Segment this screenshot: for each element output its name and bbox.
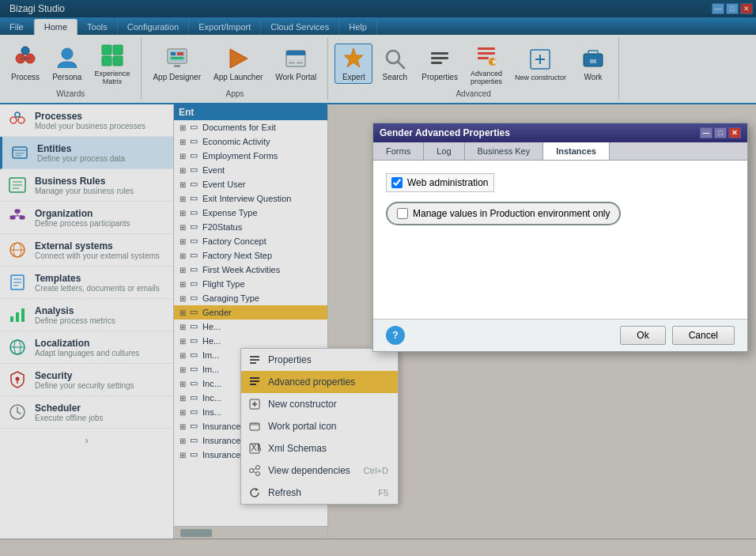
help-button[interactable]: ? bbox=[386, 326, 405, 345]
web-administration-row: Web administration bbox=[386, 173, 494, 192]
ok-button[interactable]: Ok bbox=[620, 326, 665, 345]
modal-title: Gender Advanced Properties bbox=[380, 127, 510, 138]
modal-footer: ? Ok Cancel bbox=[373, 319, 747, 351]
modal-tab-business-key[interactable]: Business Key bbox=[465, 142, 544, 160]
modal-tab-log[interactable]: Log bbox=[424, 142, 464, 160]
help-icon: ? bbox=[392, 330, 398, 341]
modal-tab-instances[interactable]: Instances bbox=[543, 142, 610, 160]
modal-close-button[interactable]: ✕ bbox=[728, 127, 741, 138]
modal-titlebar-buttons: — □ ✕ bbox=[700, 127, 741, 138]
manage-values-checkbox[interactable] bbox=[397, 208, 408, 219]
manage-values-label: Manage values in Production environment … bbox=[413, 208, 610, 219]
modal-titlebar: Gender Advanced Properties — □ ✕ bbox=[373, 123, 747, 142]
modal-tabs: Forms Log Business Key Instances bbox=[373, 142, 747, 161]
gender-advanced-properties-modal: Gender Advanced Properties — □ ✕ Forms L… bbox=[372, 123, 748, 352]
manage-values-row: Manage values in Production environment … bbox=[386, 202, 621, 225]
modal-minimize-button[interactable]: — bbox=[700, 127, 713, 138]
web-administration-label: Web administration bbox=[407, 177, 489, 188]
modal-maximize-button[interactable]: □ bbox=[714, 127, 727, 138]
modal-overlay: Gender Advanced Properties — □ ✕ Forms L… bbox=[0, 0, 756, 556]
web-administration-checkbox[interactable] bbox=[391, 177, 403, 188]
modal-footer-left: ? bbox=[386, 326, 405, 345]
cancel-button[interactable]: Cancel bbox=[672, 326, 735, 345]
modal-tab-forms[interactable]: Forms bbox=[373, 142, 424, 160]
modal-body: Web administration Manage values in Prod… bbox=[373, 161, 747, 319]
